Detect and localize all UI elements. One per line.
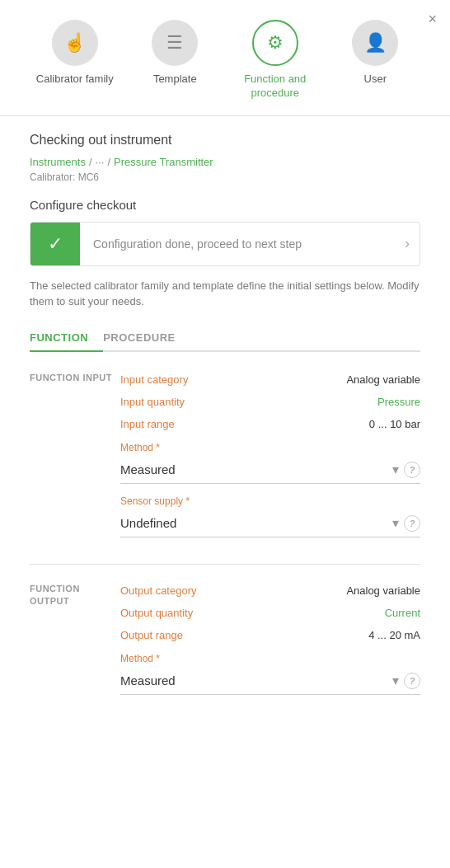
config-box[interactable]: ✓ Configuration done, proceed to next st… <box>30 222 420 266</box>
function-input-fields: Input category Analog variable Input qua… <box>120 368 420 549</box>
section-divider <box>30 564 420 565</box>
breadcrumb-device: Pressure Transmitter <box>114 156 213 168</box>
input-quantity-value: Pressure <box>377 396 420 408</box>
method-output-chevron: ▾ <box>392 673 399 688</box>
input-category-value: Analog variable <box>346 373 420 386</box>
output-category-row: Output category Analog variable <box>120 579 420 602</box>
tabs: FUNCTION PROCEDURE <box>30 325 420 352</box>
sensor-supply-help[interactable]: ? <box>404 515 420 532</box>
input-range-row: Input range 0 ... 10 bar <box>120 413 420 435</box>
breadcrumb-sep1: / <box>89 156 92 168</box>
function-input-section: FUNCTION INPUT Input category Analog var… <box>30 368 420 549</box>
method-output-wrapper: Method * Measured ▾ ? <box>120 653 420 695</box>
method-output-value: Measured <box>120 673 176 687</box>
function-input-label: FUNCTION INPUT <box>30 368 120 549</box>
sensor-supply-value: Undefined <box>120 516 176 530</box>
function-input-block: FUNCTION INPUT Input category Analog var… <box>30 368 420 549</box>
step-label-function: Function andprocedure <box>244 73 306 101</box>
config-check-icon: ✓ <box>30 223 80 265</box>
user-icon: 👤 <box>364 32 387 54</box>
output-quantity-value: Current <box>385 607 420 619</box>
output-range-row: Output range 4 ... 20 mA <box>120 624 420 646</box>
input-range-value: 0 ... 10 bar <box>369 418 420 430</box>
step-label-user: User <box>364 73 387 87</box>
method-output-icons: ▾ ? <box>392 673 420 689</box>
breadcrumb-sep2: / <box>107 156 110 168</box>
close-button[interactable]: × <box>428 12 437 26</box>
output-range-label: Output range <box>120 629 183 641</box>
step-template[interactable]: ☰ Template <box>134 20 216 87</box>
output-category-value: Analog variable <box>346 584 420 597</box>
config-arrow-icon: › <box>395 235 420 252</box>
method-input-dropdown[interactable]: Measured ▾ ? <box>120 457 420 484</box>
method-input-label: Method * <box>120 442 420 453</box>
method-input-chevron: ▾ <box>392 462 399 477</box>
output-range-value: 4 ... 20 mA <box>368 629 420 641</box>
info-text: The selected calibrator family and templ… <box>30 278 420 310</box>
method-input-icons: ▾ ? <box>392 462 420 478</box>
function-output-label: FUNCTION OUTPUT <box>30 579 120 706</box>
checking-title: Checking out instrument <box>30 133 420 148</box>
output-category-label: Output category <box>120 584 197 597</box>
step-circle-calibrator: ☝ <box>52 20 98 66</box>
input-quantity-label: Input quantity <box>120 396 185 408</box>
output-quantity-label: Output quantity <box>120 607 193 619</box>
step-function-procedure[interactable]: ⚙ Function andprocedure <box>234 20 316 101</box>
step-label-template: Template <box>153 73 197 87</box>
method-output-dropdown[interactable]: Measured ▾ ? <box>120 668 420 695</box>
input-category-label: Input category <box>120 373 188 386</box>
function-output-fields: Output category Analog variable Output q… <box>120 579 420 706</box>
calibrator-icon: ☝ <box>63 32 86 54</box>
step-circle-template: ☰ <box>152 20 198 66</box>
sensor-supply-wrapper: Sensor supply * Undefined ▾ ? <box>120 495 420 537</box>
method-output-help[interactable]: ? <box>404 673 420 689</box>
sensor-supply-icons: ▾ ? <box>392 515 420 532</box>
input-category-row: Input category Analog variable <box>120 368 420 391</box>
function-icon: ⚙ <box>267 32 284 54</box>
breadcrumb-instruments[interactable]: Instruments <box>30 156 86 168</box>
sensor-supply-label: Sensor supply * <box>120 495 420 507</box>
breadcrumb-dots[interactable]: ··· <box>96 156 105 168</box>
step-label-calibrator: Calibrator family <box>36 73 114 87</box>
sensor-supply-dropdown[interactable]: Undefined ▾ ? <box>120 510 420 537</box>
configure-title: Configure checkout <box>30 198 420 212</box>
config-text: Configuration done, proceed to next step <box>80 237 395 251</box>
checkmark-icon: ✓ <box>48 233 63 255</box>
method-input-help[interactable]: ? <box>404 462 420 478</box>
step-calibrator-family[interactable]: ☝ Calibrator family <box>34 20 116 87</box>
step-circle-user: 👤 <box>352 20 398 66</box>
sensor-supply-chevron: ▾ <box>392 515 399 531</box>
breadcrumb: Instruments / ··· / Pressure Transmitter <box>30 156 420 168</box>
wizard-steps: ☝ Calibrator family ☰ Template ⚙ Functio… <box>0 0 450 116</box>
method-output-label: Method * <box>120 653 420 664</box>
input-quantity-row: Input quantity Pressure <box>120 391 420 413</box>
step-circle-function: ⚙ <box>252 20 298 66</box>
input-range-label: Input range <box>120 418 175 430</box>
output-quantity-row: Output quantity Current <box>120 602 420 624</box>
method-input-value: Measured <box>120 462 176 476</box>
main-content: Checking out instrument Instruments / ··… <box>0 116 450 723</box>
tab-function[interactable]: FUNCTION <box>30 325 103 352</box>
template-icon: ☰ <box>166 32 183 54</box>
step-user[interactable]: 👤 User <box>334 20 416 87</box>
function-output-block: FUNCTION OUTPUT Output category Analog v… <box>30 579 420 706</box>
function-output-section: FUNCTION OUTPUT Output category Analog v… <box>30 579 420 706</box>
tab-procedure[interactable]: PROCEDURE <box>103 325 190 352</box>
calibrator-label: Calibrator: MC6 <box>30 171 420 183</box>
method-input-wrapper: Method * Measured ▾ ? <box>120 442 420 484</box>
